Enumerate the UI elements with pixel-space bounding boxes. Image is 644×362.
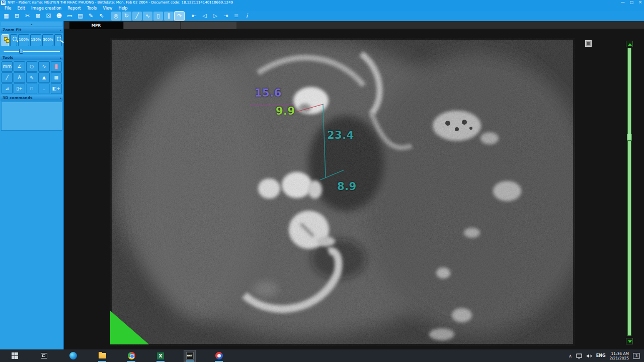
tools-panel-header[interactable]: Tools ▴ [1,55,63,60]
measurement-value-15-6[interactable]: 15.6 [255,87,282,99]
commands-panel-header[interactable]: 3D commands ▴ [1,95,63,101]
patient-export-button[interactable]: ☻ [54,12,64,21]
notification-center-button[interactable]: 3 [633,353,640,359]
language-indicator[interactable]: ENG [596,353,606,358]
sidebar-collapse-handle[interactable]: ▴ [1,22,62,26]
menu-file[interactable]: File [2,6,14,11]
menu-help[interactable]: Help [116,6,130,11]
sidebar: ▴ Zoom Fit ▴ 100% 150% 300% Tools [0,21,64,349]
tab-mpr[interactable]: MPR [69,22,123,29]
card-view-button[interactable]: ▤ [75,12,85,21]
menu-image-creation[interactable]: Image creation [29,6,64,11]
measure-mm-tool-button[interactable]: mm [2,61,13,72]
chrome-browser-button[interactable] [125,350,137,362]
zoom-slider-thumb[interactable] [19,49,23,54]
model-3d-tool-button[interactable]: ◧+ [51,83,62,94]
excel-button[interactable]: X [154,350,167,362]
measure-angle-tool-button[interactable]: ∠ [14,61,25,72]
measurement-value-9-9[interactable]: 9.9 [276,105,295,117]
slice-scrollbar-track[interactable] [627,48,631,336]
edge-browser-button[interactable] [67,350,79,362]
menu-bar: FileEditImage creationReportToolsViewHel… [0,6,644,11]
nnt-app-button[interactable]: NNT [184,350,196,362]
zoom-tool-button[interactable]: ◎ [111,12,121,21]
zoom-controls: 100% 150% 300% [1,34,62,46]
edge-icon [69,352,77,359]
measurement-value-23-4[interactable]: 23.4 [327,129,354,141]
nav-last-button[interactable]: ⇥ [221,12,230,21]
restore-button[interactable]: □ [630,0,634,5]
line-tool-button[interactable]: ╱ [2,72,13,83]
accept-tool-button[interactable]: ↷ [175,12,184,21]
collapse-arrow-icon: ▴ [60,55,61,60]
up-arrow-icon [628,43,632,46]
profile-tool-button[interactable]: ▲ [38,72,49,83]
measurement-line-teal-vertical[interactable] [323,104,326,177]
start-button[interactable] [9,350,21,362]
pan-tool-button[interactable]: ∥ [164,12,174,21]
volume-icon[interactable] [586,353,592,358]
menu-tools[interactable]: Tools [85,6,100,11]
commands-panel-title: 3D commands [3,96,33,100]
measurement-line-teal-diagonal[interactable] [320,170,344,180]
scroll-down-button[interactable] [626,338,633,344]
circle-tool-button[interactable]: ○ [26,61,37,72]
implant-add-tool-button[interactable]: ▯+ [14,83,25,94]
hu-region-tool-button[interactable]: ▩ [51,72,62,83]
ct-scan-view[interactable]: 15.6 9.9 23.4 8.9 [110,38,575,346]
tray-chevron-icon[interactable]: ∧ [569,353,572,358]
media-app-icon [215,352,223,359]
zoom-reset-button[interactable] [54,34,62,46]
zoom-150-button[interactable]: 150% [30,34,41,46]
network-icon[interactable] [576,353,582,358]
rotate-tool-button[interactable]: ↻ [122,12,131,21]
zoom-slider[interactable] [3,49,60,54]
clock[interactable]: 11:36 AM 2/21/2025 [610,351,629,360]
system-tray: ∧ ENG 11:36 AM 2/21/2025 3 [569,351,644,360]
media-app-button[interactable] [213,350,225,362]
menu-edit[interactable]: Edit [15,6,28,11]
nav-next-button[interactable]: ▷ [210,12,220,21]
scroll-up-button[interactable] [626,41,633,47]
export-scissors-button[interactable]: ✂ [23,12,32,21]
save-button[interactable]: ▦ [2,12,11,21]
measure-vertical-tool-button[interactable]: ▯ [153,12,163,21]
eraser-button[interactable]: ▭ [65,12,74,21]
protractor-tool-button[interactable]: ⊿ [2,83,13,94]
copy-button[interactable]: ⊞ [12,12,22,21]
view-maximize-button[interactable] [585,40,592,47]
menu-report[interactable]: Report [65,6,84,11]
magnifier-reset-icon [57,37,61,41]
info-button[interactable]: i [242,12,252,21]
hu-pointer-tool-button[interactable]: ⇖ [26,72,37,83]
orientation-marker-triangle [110,311,149,344]
tab-empty-1[interactable] [124,22,180,29]
text-annotation-tool-button[interactable]: A [14,72,25,83]
nav-first-button[interactable]: ⇤ [189,12,199,21]
task-view-button[interactable] [38,350,50,362]
curve-tool-button[interactable]: ∿ [38,61,49,72]
measure-line-tool-button[interactable]: ╱ [132,12,142,21]
fit-view-button[interactable] [2,34,9,46]
pointer-button[interactable]: ⇖ [97,12,106,21]
measure-curve-tool-button[interactable]: ∿ [143,12,152,21]
tab-empty-2[interactable] [181,22,236,29]
slice-scrollbar-thumb[interactable] [627,134,632,141]
document-delete-button[interactable]: ☒ [44,12,53,21]
measurement-line-red[interactable] [297,104,324,112]
image-viewer: 15.6 9.9 23.4 8.9 [64,29,644,349]
zoom-100-button[interactable]: 100% [18,34,29,46]
list-view-button[interactable]: ≡ [231,12,241,21]
capture-delete-button[interactable]: ⊠ [33,12,43,21]
file-explorer-button[interactable] [96,350,108,362]
zoom-panel-header[interactable]: Zoom Fit ▴ [1,27,63,33]
close-button[interactable]: × [638,0,642,5]
zoom-lens-button[interactable] [10,34,18,46]
zoom-300-button[interactable]: 300% [42,34,53,46]
measurement-value-8-9[interactable]: 8.9 [337,180,357,193]
edit-pen-button[interactable]: ✎ [86,12,96,21]
highlight-tool-button[interactable]: ▮ [51,61,62,72]
menu-view[interactable]: View [100,6,115,11]
minimize-button[interactable]: — [621,0,625,5]
nav-prev-button[interactable]: ◁ [200,12,209,21]
